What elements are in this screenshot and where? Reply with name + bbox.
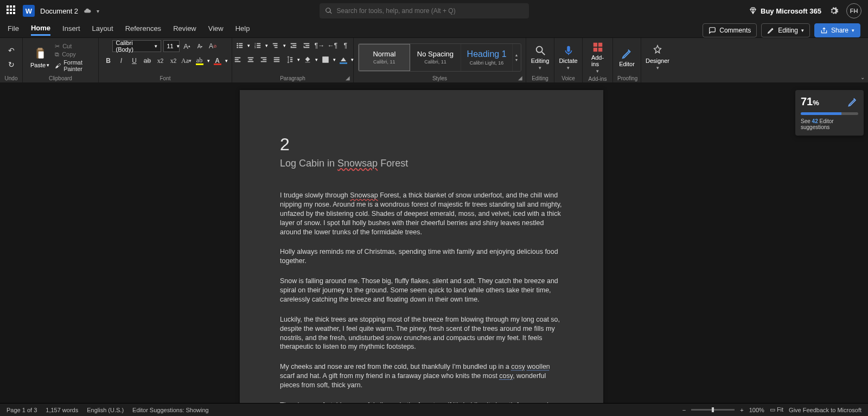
ltr-button[interactable]: ¶→ <box>314 40 325 51</box>
highlight-color-button[interactable]: ab <box>194 55 205 66</box>
tab-help[interactable]: Help <box>235 24 250 35</box>
font-color-chevron-icon[interactable]: ▾ <box>225 58 228 63</box>
font-color-button[interactable]: A <box>212 55 223 66</box>
show-marks-button[interactable]: ¶ <box>340 40 351 51</box>
svg-rect-45 <box>593 43 597 47</box>
bold-button[interactable]: B <box>103 55 114 66</box>
editor-button[interactable]: Editor <box>614 47 640 68</box>
clear-formatting-button[interactable]: A⊘ <box>208 41 219 52</box>
editor-label: Editor <box>619 61 635 67</box>
tab-home[interactable]: Home <box>31 24 50 36</box>
multilevel-list-button[interactable] <box>270 40 281 51</box>
shrink-font-button[interactable]: A▾ <box>195 41 206 52</box>
ribbon-collapse-button[interactable]: ⌄ <box>860 74 865 80</box>
shading-button[interactable] <box>302 54 313 65</box>
addins-button[interactable]: Add-ins ▾ <box>586 40 609 75</box>
numbering-button[interactable]: 123 <box>252 40 263 51</box>
subscript-button[interactable]: x2 <box>155 55 166 66</box>
svg-point-42 <box>536 46 542 52</box>
highlight-chevron-icon[interactable]: ▾ <box>207 58 210 63</box>
feedback-link[interactable]: Give Feedback to Microsoft <box>789 407 861 413</box>
align-left-button[interactable] <box>232 54 243 65</box>
align-center-button[interactable] <box>245 54 256 65</box>
chev-icon[interactable]: ▾ <box>351 57 354 62</box>
tab-insert[interactable]: Insert <box>62 24 80 35</box>
designer-button[interactable]: Designer ▾ <box>640 43 675 72</box>
tab-review[interactable]: Review <box>173 24 196 35</box>
redo-button[interactable]: ↻ <box>5 59 18 71</box>
format-painter-button[interactable]: 🖌Format Painter <box>55 59 94 72</box>
status-wordcount[interactable]: 1,157 words <box>46 407 78 413</box>
underline-button[interactable]: U <box>129 55 140 66</box>
font-name-select[interactable]: Calibri (Body)▾ <box>112 40 161 52</box>
editing-find-button[interactable]: Editing ▾ <box>526 43 555 72</box>
chev-icon[interactable]: ▾ <box>247 43 250 48</box>
svg-text:3: 3 <box>254 46 256 49</box>
increase-indent-button[interactable] <box>301 40 312 51</box>
style-no-spacing[interactable]: No Spacing Calibri, 11 <box>410 44 462 71</box>
svg-rect-16 <box>274 45 278 46</box>
status-language[interactable]: English (U.S.) <box>87 407 124 413</box>
chev-icon[interactable]: ▾ <box>297 57 300 62</box>
font-size-select[interactable]: 11▾ <box>163 40 180 52</box>
page[interactable]: 2 Log Cabin in Snowsap Forest I trudge s… <box>240 90 603 403</box>
cut-button[interactable]: ✂Cut <box>55 43 94 50</box>
share-button[interactable]: Share ▾ <box>814 23 860 37</box>
superscript-button[interactable]: x2 <box>168 55 179 66</box>
paragraph-dialog-launcher[interactable]: ◢ <box>346 75 351 80</box>
zoom-level[interactable]: 100% <box>749 407 764 413</box>
dictate-button[interactable]: Dictate ▾ <box>553 43 583 72</box>
app-launcher-icon[interactable] <box>7 5 17 16</box>
strikethrough-button[interactable]: ab <box>142 55 153 66</box>
tab-references[interactable]: References <box>125 24 161 35</box>
justify-button[interactable] <box>271 54 282 65</box>
editing-mode-button[interactable]: Editing ▾ <box>761 23 810 37</box>
style-heading-1[interactable]: Heading 1 Calibri Light, 16 <box>461 44 513 71</box>
zoom-out-button[interactable]: − <box>682 407 686 413</box>
document-canvas[interactable]: 2 Log Cabin in Snowsap Forest I trudge s… <box>0 82 868 403</box>
font-size-value: 11 <box>167 43 174 49</box>
chev-icon[interactable]: ▾ <box>283 43 286 48</box>
rtl-button[interactable]: ←¶ <box>327 40 338 51</box>
chev-icon[interactable]: ▾ <box>315 57 318 62</box>
format-painter-label: Format Painter <box>63 59 94 72</box>
body-paragraph: Snow is falling around me. Those big, fl… <box>280 277 563 304</box>
comments-button[interactable]: Comments <box>703 23 757 37</box>
status-page[interactable]: Page 1 of 3 <box>7 407 37 413</box>
document-title[interactable]: Document 2 <box>40 7 78 15</box>
styles-dialog-launcher[interactable]: ◢ <box>518 75 524 80</box>
chev-icon[interactable]: ▾ <box>265 43 268 48</box>
status-editor-suggestions[interactable]: Editor Suggestions: Showing <box>132 407 209 413</box>
paste-button[interactable]: Paste ▾ <box>27 46 53 69</box>
fit-button[interactable]: ▭ Fit <box>770 406 783 413</box>
comments-label: Comments <box>719 27 751 34</box>
align-right-button[interactable] <box>258 54 269 65</box>
buy-microsoft-365-button[interactable]: Buy Microsoft 365 <box>749 7 821 15</box>
search-bar[interactable] <box>320 3 529 18</box>
microphone-icon <box>563 44 575 56</box>
tab-layout[interactable]: Layout <box>92 24 113 35</box>
editor-score-card[interactable]: 71% See 42 Editor suggestions <box>795 90 864 136</box>
style-normal[interactable]: Normal Calibri, 11 <box>359 44 410 71</box>
copy-button[interactable]: ⧉Copy <box>55 51 94 58</box>
borders-button[interactable] <box>320 54 331 65</box>
settings-gear-icon[interactable] <box>829 6 839 16</box>
border-color-button[interactable] <box>338 54 349 65</box>
chev-icon[interactable]: ▾ <box>333 57 336 62</box>
grow-font-button[interactable]: A▴ <box>182 41 193 52</box>
svg-rect-30 <box>260 57 266 59</box>
line-spacing-button[interactable] <box>284 54 295 65</box>
tab-file[interactable]: File <box>8 24 19 35</box>
user-avatar[interactable]: FH <box>846 3 861 18</box>
tab-view[interactable]: View <box>208 24 224 35</box>
bullets-button[interactable] <box>234 40 245 51</box>
undo-button[interactable]: ↶ <box>5 44 18 56</box>
zoom-in-button[interactable]: + <box>740 407 743 413</box>
change-case-button[interactable]: Aa▾ <box>181 55 192 66</box>
decrease-indent-button[interactable] <box>288 40 299 51</box>
search-input[interactable] <box>337 7 524 15</box>
zoom-slider[interactable] <box>691 409 735 411</box>
styles-expand-button[interactable]: ▴▾ <box>513 53 521 62</box>
italic-button[interactable]: I <box>116 55 127 66</box>
editor-score-value: 71% <box>801 95 819 108</box>
